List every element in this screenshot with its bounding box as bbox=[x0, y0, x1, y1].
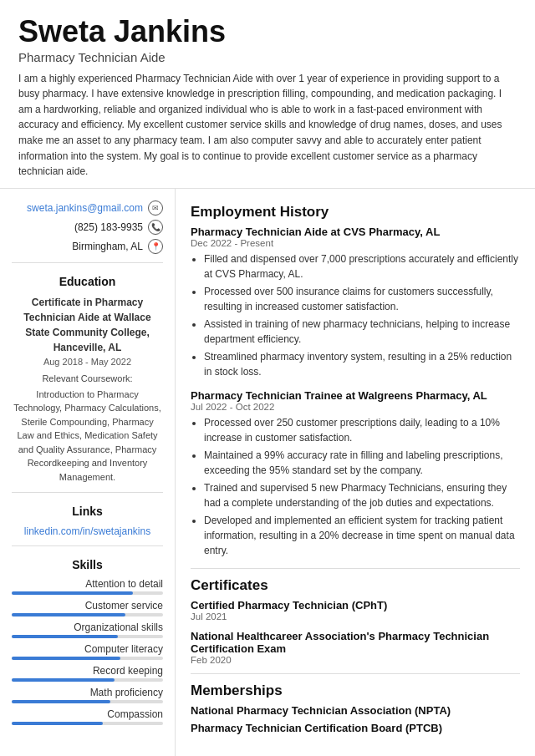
memberships-section-title: Memberships bbox=[191, 682, 520, 699]
skill-bar-fill bbox=[12, 657, 120, 660]
memberships-list: National Pharmacy Technician Association… bbox=[191, 704, 520, 734]
employment-section-title: Employment History bbox=[191, 204, 520, 221]
job-bullets: Filled and dispensed over 7,000 prescrip… bbox=[191, 251, 520, 379]
skill-bar-bg bbox=[12, 678, 163, 682]
job-bullet: Developed and implemented an efficient s… bbox=[204, 513, 520, 558]
email-link[interactable]: sweta.jankins@gmail.com bbox=[27, 202, 143, 214]
location-icon: 📍 bbox=[148, 239, 163, 254]
contact-location: Birmingham, AL 📍 bbox=[12, 239, 163, 254]
links-section-title: Links bbox=[12, 505, 163, 518]
skill-item: Record keeping bbox=[12, 665, 163, 682]
skill-label: Customer service bbox=[12, 600, 163, 611]
divider-5 bbox=[191, 673, 520, 674]
divider-1 bbox=[12, 262, 163, 263]
candidate-name: Sweta Jankins bbox=[18, 15, 517, 48]
skill-bar-fill bbox=[12, 635, 118, 638]
skill-bar-fill bbox=[12, 613, 125, 616]
header-section: Sweta Jankins Pharmacy Technician Aide I… bbox=[0, 0, 535, 188]
employment-list: Pharmacy Technician Aide at CVS Pharmacy… bbox=[191, 226, 520, 558]
linkedin-link[interactable]: linkedin.com/in/swetajankins bbox=[24, 525, 150, 537]
phone-text: (825) 183-9935 bbox=[74, 221, 143, 233]
resume-wrapper: Sweta Jankins Pharmacy Technician Aide I… bbox=[0, 0, 535, 756]
cert-name: Certified Pharmacy Technician (CPhT) bbox=[191, 599, 520, 611]
skill-item: Attention to detail bbox=[12, 578, 163, 595]
coursework-text: Introduction to Pharmacy Technology, Pha… bbox=[12, 388, 163, 485]
job-title-text: Pharmacy Technician Trainee at Walgreens… bbox=[191, 389, 520, 402]
job-block: Pharmacy Technician Aide at CVS Pharmacy… bbox=[191, 226, 520, 379]
phone-icon: 📞 bbox=[148, 220, 163, 235]
skill-label: Record keeping bbox=[12, 665, 163, 677]
skill-item: Compassion bbox=[12, 708, 163, 725]
skill-item: Organizational skills bbox=[12, 622, 163, 638]
membership-item: Pharmacy Technician Certification Board … bbox=[191, 722, 520, 734]
job-bullet: Filled and dispensed over 7,000 prescrip… bbox=[204, 251, 520, 282]
cert-date: Jul 2021 bbox=[191, 611, 520, 622]
job-title-text: Pharmacy Technician Aide at CVS Pharmacy… bbox=[191, 226, 520, 238]
job-bullet: Processed over 250 customer prescription… bbox=[204, 415, 520, 445]
skill-bar-bg bbox=[12, 722, 163, 725]
education-section-title: Education bbox=[12, 275, 163, 288]
job-dates: Jul 2022 - Oct 2022 bbox=[191, 402, 520, 412]
skill-label: Compassion bbox=[12, 708, 163, 720]
skill-item: Computer literacy bbox=[12, 643, 163, 660]
cert-date: Feb 2020 bbox=[191, 655, 520, 665]
skill-label: Attention to detail bbox=[12, 578, 163, 590]
skill-bar-fill bbox=[12, 678, 115, 682]
skill-label: Math proficiency bbox=[12, 687, 163, 698]
skills-section-title: Skills bbox=[12, 558, 163, 571]
skills-block: Attention to detail Customer service Org… bbox=[12, 578, 163, 725]
skill-bar-bg bbox=[12, 613, 163, 616]
contact-phone: (825) 183-9935 📞 bbox=[12, 220, 163, 235]
divider-3 bbox=[12, 545, 163, 546]
right-column: Employment History Pharmacy Technician A… bbox=[176, 189, 535, 756]
membership-item: National Pharmacy Technician Association… bbox=[191, 704, 520, 717]
certificates-list: Certified Pharmacy Technician (CPhT) Jul… bbox=[191, 599, 520, 665]
skill-bar-bg bbox=[12, 700, 163, 703]
divider-2 bbox=[12, 492, 163, 493]
left-column: sweta.jankins@gmail.com ✉ (825) 183-9935… bbox=[0, 189, 176, 756]
skill-item: Customer service bbox=[12, 600, 163, 616]
skill-bar-fill bbox=[12, 700, 110, 703]
divider-4 bbox=[191, 568, 520, 569]
job-block: Pharmacy Technician Trainee at Walgreens… bbox=[191, 389, 520, 558]
links-block: linkedin.com/in/swetajankins bbox=[12, 525, 163, 537]
job-bullet: Trained and supervised 5 new Pharmacy Te… bbox=[204, 480, 520, 510]
job-bullets: Processed over 250 customer prescription… bbox=[191, 415, 520, 558]
location-text: Birmingham, AL bbox=[72, 241, 143, 252]
skill-bar-fill bbox=[12, 591, 133, 595]
education-block: Certificate in Pharmacy Technician Aide … bbox=[12, 295, 163, 485]
job-dates: Dec 2022 - Present bbox=[191, 238, 520, 248]
skill-bar-fill bbox=[12, 722, 103, 725]
skill-bar-bg bbox=[12, 591, 163, 595]
email-icon: ✉ bbox=[148, 200, 163, 216]
job-bullet: Streamlined pharmacy inventory system, r… bbox=[204, 349, 520, 379]
skill-bar-bg bbox=[12, 657, 163, 660]
summary-text: I am a highly experienced Pharmacy Techn… bbox=[18, 71, 517, 180]
skill-item: Math proficiency bbox=[12, 687, 163, 703]
contact-email[interactable]: sweta.jankins@gmail.com ✉ bbox=[12, 200, 163, 216]
cert-name: National Healthcareer Association's Phar… bbox=[191, 630, 520, 655]
job-bullet: Processed over 500 insurance claims for … bbox=[204, 284, 520, 314]
cert-block: National Healthcareer Association's Phar… bbox=[191, 630, 520, 665]
skill-label: Computer literacy bbox=[12, 643, 163, 655]
coursework-label: Relevant Coursework: bbox=[12, 372, 163, 386]
job-bullet: Assisted in training of new pharmacy tec… bbox=[204, 317, 520, 347]
degree-text: Certificate in Pharmacy Technician Aide … bbox=[12, 295, 163, 355]
job-title: Pharmacy Technician Aide bbox=[18, 50, 517, 64]
certificates-section-title: Certificates bbox=[191, 577, 520, 594]
job-bullet: Maintained a 99% accuracy rate in fillin… bbox=[204, 448, 520, 478]
skill-label: Organizational skills bbox=[12, 622, 163, 633]
edu-dates: Aug 2018 - May 2022 bbox=[12, 355, 163, 369]
main-content: sweta.jankins@gmail.com ✉ (825) 183-9935… bbox=[0, 188, 535, 756]
skill-bar-bg bbox=[12, 635, 163, 638]
cert-block: Certified Pharmacy Technician (CPhT) Jul… bbox=[191, 599, 520, 622]
